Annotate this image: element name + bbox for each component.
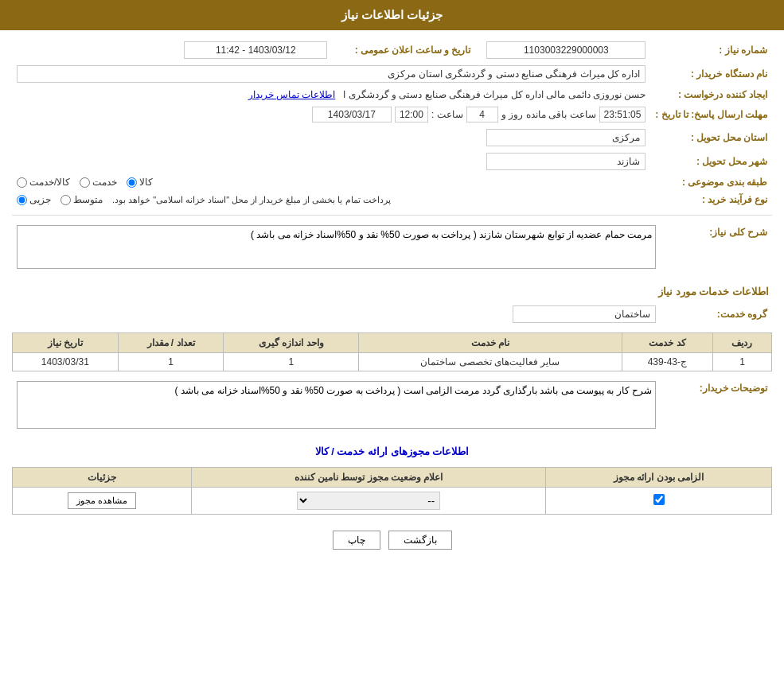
mohlat-saat-label: ساعت : bbox=[431, 109, 463, 120]
main-info-table: شماره نیاز : 1103003229000003 تاریخ و سا… bbox=[12, 38, 772, 208]
mohlat-baqi-label: ساعت باقی مانده bbox=[526, 109, 596, 120]
noeFarayand-label: نوع فرآیند خرید : bbox=[650, 191, 772, 208]
tabaghe-kala-khedmat-radio[interactable] bbox=[17, 177, 27, 188]
ijadKonande-label: ایجاد کننده درخواست : bbox=[650, 86, 772, 103]
noeFarayand-motavasset-radio[interactable] bbox=[60, 195, 71, 205]
page-title: جزئیات اطلاعات نیاز bbox=[341, 8, 443, 21]
tabaghe-kala-label: کالا bbox=[139, 177, 153, 188]
col-naam: نام خدمت bbox=[359, 333, 622, 353]
tawzihKharidar-textarea[interactable] bbox=[17, 381, 656, 429]
permissions-section-header: اطلاعات مجوزهای ارائه خدمت / کالا bbox=[12, 441, 772, 462]
tabaghe-kala-option[interactable]: کالا bbox=[127, 177, 153, 188]
namDastgah-value: اداره کل میراث فرهنگی صنایع دستی و گردشگ… bbox=[17, 65, 646, 83]
groheKhedmat-label: گروه خدمت: bbox=[661, 302, 772, 326]
mohlat-date-value: 1403/03/17 bbox=[312, 107, 392, 122]
ijadKonande-value: حسن نوروزی دائمی مالی اداره کل میراث فره… bbox=[343, 89, 646, 100]
groheKhedmat-value: ساختمان bbox=[513, 305, 656, 323]
sharhKolliNiaz-textarea[interactable] bbox=[17, 225, 656, 269]
cell-vahed: 1 bbox=[224, 353, 359, 371]
back-button[interactable]: بازگشت bbox=[388, 531, 452, 550]
ijadKonande-link[interactable]: اطلاعات تماس خریدار bbox=[248, 89, 336, 100]
col-tarikh: تاریخ نیاز bbox=[13, 333, 119, 353]
mohlat-baqi-value: 23:51:05 bbox=[599, 107, 646, 122]
cell-radif: 1 bbox=[712, 353, 771, 371]
perm-col-elzami: الزامی بودن ارائه مجوز bbox=[546, 468, 772, 488]
tabaghe-label: طبقه بندی موضوعی : bbox=[650, 173, 772, 191]
khadamat-section-header: اطلاعات خدمات مورد نیاز bbox=[12, 281, 772, 302]
noeFarayand-jozii-label: جزیی bbox=[29, 194, 51, 205]
bottom-buttons: بازگشت چاپ bbox=[12, 531, 772, 550]
noeFarayand-motavasset-option[interactable]: متوسط bbox=[60, 194, 103, 205]
col-kod: کد خدمت bbox=[622, 333, 712, 353]
col-radif: ردیف bbox=[712, 333, 771, 353]
tabaghe-khedmat-radio[interactable] bbox=[80, 177, 90, 188]
grohe-khedmat-table: گروه خدمت: ساختمان bbox=[12, 302, 772, 326]
print-button[interactable]: چاپ bbox=[333, 531, 380, 550]
tarikh-label: تاریخ و ساعت اعلان عمومی : bbox=[332, 38, 475, 62]
mohlat-rooz-label: روز و bbox=[501, 109, 523, 120]
cell-kod: ج-43-439 bbox=[622, 353, 712, 371]
tabaghe-khedmat-label: خدمت bbox=[92, 177, 117, 188]
tabaghe-kala-khedmat-option[interactable]: کالا/خدمت bbox=[17, 177, 70, 188]
shomareNiaz-label: شماره نیاز : bbox=[650, 38, 772, 62]
namDastgah-label: نام دستگاه خریدار : bbox=[650, 62, 772, 86]
vaziat-select[interactable]: -- bbox=[297, 492, 440, 510]
tarikh-value: 1403/03/12 - 11:42 bbox=[184, 41, 327, 59]
services-table: ردیف کد خدمت نام خدمت واحد اندازه گیری ت… bbox=[12, 332, 772, 371]
perm-joziyat: مشاهده مجوز bbox=[13, 488, 192, 515]
sharhKolliNiaz-label: شرح کلی نیاز: bbox=[661, 222, 772, 274]
noeFarayand-jozii-radio[interactable] bbox=[17, 195, 27, 205]
tabaghe-kala-khedmat-label: کالا/خدمت bbox=[29, 177, 70, 188]
perm-col-joziyat: جزئیات bbox=[13, 468, 192, 488]
shahr-value: شازند bbox=[486, 153, 646, 170]
shomareNiaz-value: 1103003229000003 bbox=[486, 41, 646, 59]
noeFarayand-desc: پرداخت تمام یا بخشی از مبلغ خریدار از مح… bbox=[112, 195, 391, 205]
table-row: -- مشاهده مجوز bbox=[13, 488, 772, 515]
cell-tarikh: 1403/03/31 bbox=[13, 353, 119, 371]
col-vahed: واحد اندازه گیری bbox=[224, 333, 359, 353]
view-mojoz-button[interactable]: مشاهده مجوز bbox=[68, 492, 136, 509]
cell-naam: سایر فعالیت‌های تخصصی ساختمان bbox=[359, 353, 622, 371]
tabaghe-kala-radio[interactable] bbox=[127, 177, 137, 188]
col-tedad: تعداد / مقدار bbox=[118, 333, 224, 353]
perm-elzami bbox=[546, 488, 772, 515]
shahr-label: شهر محل تحویل : bbox=[650, 150, 772, 173]
mohlat-saat-value: 12:00 bbox=[395, 107, 428, 122]
noeFarayand-motavasset-label: متوسط bbox=[73, 194, 103, 205]
mohlat-label: مهلت ارسال پاسخ: تا تاریخ : bbox=[650, 103, 772, 126]
mohlat-rooz-value: 4 bbox=[466, 107, 498, 122]
permissions-table: الزامی بودن ارائه مجوز اعلام وضعیت مجوز … bbox=[12, 467, 772, 515]
ostan-label: استان محل تحویل : bbox=[650, 126, 772, 150]
table-row: 1 ج-43-439 سایر فعالیت‌های تخصصی ساختمان… bbox=[13, 353, 772, 371]
noeFarayand-jozii-option[interactable]: جزیی bbox=[17, 194, 51, 205]
page-header: جزئیات اطلاعات نیاز bbox=[0, 0, 784, 30]
perm-col-vaziat: اعلام وضعیت مجوز توسط نامین کننده bbox=[192, 468, 546, 488]
tabaghe-khedmat-option[interactable]: خدمت bbox=[80, 177, 117, 188]
ostan-value: مرکزی bbox=[486, 129, 646, 146]
perm-vaziat: -- bbox=[192, 488, 546, 515]
tawzih-section: توضیحات خریدار: bbox=[12, 378, 772, 434]
tawzihKharidar-label: توضیحات خریدار: bbox=[661, 378, 772, 434]
cell-tedad: 1 bbox=[118, 353, 224, 371]
sharh-section: شرح کلی نیاز: bbox=[12, 222, 772, 274]
